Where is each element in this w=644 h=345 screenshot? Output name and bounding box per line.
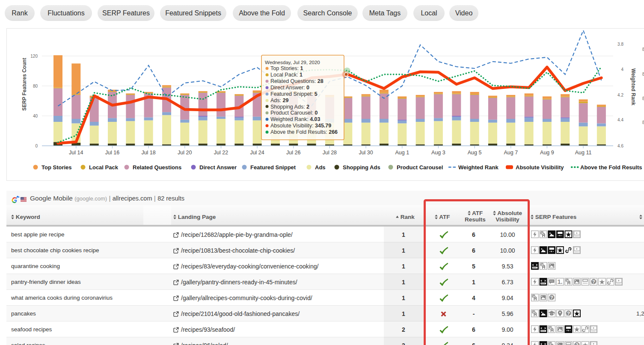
svg-text:8: 8 [642, 96, 644, 101]
svg-text:Aug 9: Aug 9 [540, 150, 554, 156]
svg-text:0: 0 [35, 144, 38, 148]
svg-text:Shopping Ads: 2: Shopping Ads: 2 [270, 104, 309, 110]
svg-text:Product Carousel: Product Carousel [397, 164, 443, 171]
svg-text:?: ? [550, 295, 553, 300]
svg-text:Ads: Ads [315, 164, 326, 171]
svg-text:40: 40 [33, 114, 38, 118]
svg-text:Aug 3: Aug 3 [431, 150, 445, 156]
svg-text:Top Stories: Top Stories [42, 164, 72, 171]
svg-text:Direct Answer: 0: Direct Answer: 0 [270, 85, 309, 91]
svg-text:Jul 18: Jul 18 [141, 150, 155, 156]
svg-text:Absolute Visibility: 345.79: Absolute Visibility: 345.79 [270, 123, 331, 129]
svg-text:Shopping Ads: Shopping Ads [343, 164, 380, 171]
svg-text:1.: 1. [558, 278, 563, 285]
svg-text:Local Pack: 1: Local Pack: 1 [270, 72, 303, 78]
svg-text:Wednesday, Jul 29, 2020: Wednesday, Jul 29, 2020 [265, 60, 320, 65]
svg-text:Aug 11: Aug 11 [575, 150, 592, 156]
svg-text:Above the Fold Results: Above the Fold Results [580, 164, 642, 171]
svg-text:Jul 24: Jul 24 [250, 150, 264, 156]
svg-text:4.4: 4.4 [617, 118, 623, 122]
svg-text:3.8: 3.8 [617, 42, 623, 47]
svg-text:?: ? [576, 342, 579, 345]
svg-text:4.6: 4.6 [617, 144, 623, 148]
svg-text:Aug 7: Aug 7 [504, 150, 518, 156]
svg-text:4.2: 4.2 [617, 93, 623, 97]
svg-text:Product Carousel: 0: Product Carousel: 0 [270, 110, 318, 116]
svg-text:Jul 26: Jul 26 [286, 150, 300, 156]
svg-text:120: 120 [30, 54, 38, 59]
svg-text:Featured Snippet: 5: Featured Snippet: 5 [270, 91, 318, 97]
svg-text:Jul 20: Jul 20 [178, 150, 192, 156]
svg-text:?: ? [567, 311, 570, 316]
svg-text:Jul 30: Jul 30 [359, 150, 373, 156]
svg-text:4: 4 [621, 67, 623, 72]
svg-text:Featured Snippet: Featured Snippet [250, 164, 296, 171]
svg-text:Above the Fold Results: 266: Above the Fold Results: 266 [270, 129, 338, 135]
svg-text:Weighted Rank: 4.03: Weighted Rank: 4.03 [270, 116, 321, 122]
svg-text:80: 80 [33, 84, 38, 88]
svg-text:Related Questions: 28: Related Questions: 28 [270, 78, 323, 84]
svg-text:Weighted Rank: Weighted Rank [630, 68, 636, 106]
svg-text:Jul 16: Jul 16 [105, 150, 119, 156]
svg-text:Aug 5: Aug 5 [468, 150, 482, 156]
svg-text:?: ? [592, 279, 595, 284]
svg-text:Top Stories: 1: Top Stories: 1 [270, 65, 303, 71]
svg-text:Local Pack: Local Pack [89, 164, 119, 171]
svg-text:8: 8 [642, 72, 644, 77]
svg-text:Weighted Rank: Weighted Rank [458, 164, 499, 171]
svg-text:Jul 28: Jul 28 [323, 150, 337, 156]
svg-text:Ads: 29: Ads: 29 [270, 97, 288, 103]
svg-text:8: 8 [642, 120, 644, 125]
svg-text:Jul 14: Jul 14 [69, 150, 83, 156]
svg-text:Absolute Visibility: Absolute Visibility [516, 164, 564, 171]
svg-text:8: 8 [642, 47, 644, 52]
svg-text:Related Questions: Related Questions [133, 164, 181, 171]
svg-text:SERP Features Count: SERP Features Count [21, 58, 27, 111]
svg-text:Direct Answer: Direct Answer [199, 164, 237, 171]
svg-text:Jul 22: Jul 22 [214, 150, 228, 156]
svg-text:Aug 1: Aug 1 [395, 150, 409, 156]
